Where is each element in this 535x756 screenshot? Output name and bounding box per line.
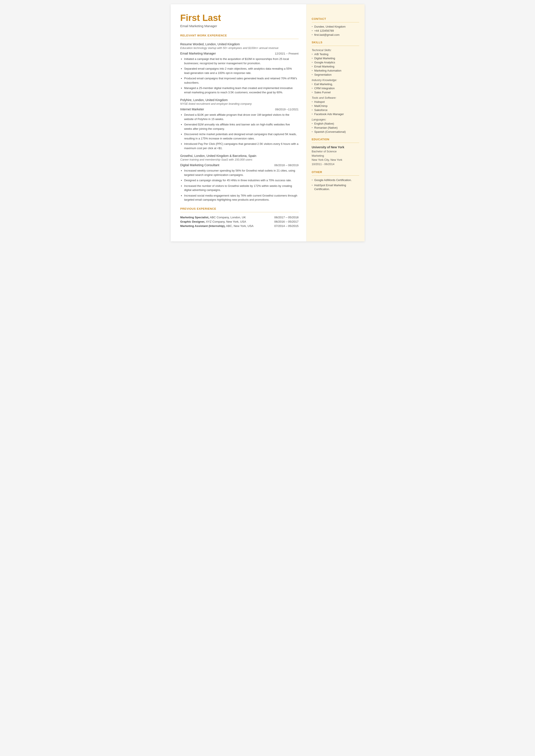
job-2-title-row: Internet Marketer 09/2019 –11/2021 [180, 107, 299, 111]
skill-item: CRM Integration [312, 87, 359, 90]
job-1-company-rest: London, United Kingdom [205, 42, 240, 46]
candidate-name: First Last [180, 13, 299, 23]
tool-item: Salesforce [312, 108, 359, 112]
other-list: Google AdWords Certification. HubSpot Em… [312, 178, 359, 191]
technical-skills-list: A/B Testing Digital Marketing Google Ana… [312, 53, 359, 76]
other-item: Google AdWords Certification. [312, 178, 359, 182]
job-1-bullets: Initiated a campaign that led to the acq… [180, 57, 299, 95]
bullet-item: Designed a campaign strategy for 45 HNIs… [184, 178, 299, 182]
prev-job-3-bold: Marketing Assistant (Internship), [180, 224, 226, 228]
prev-job-3-rest: ABC, New York, USA [225, 224, 254, 228]
bullet-item: Separated email campaigns into 2 main ob… [184, 67, 299, 75]
job-3-company: Growthsi, London, United Kingdom & Barce… [180, 154, 299, 157]
job-2-tagline: NYSE-listed recruitment and employer bra… [180, 102, 299, 105]
skill-item: Digital Marketing [312, 57, 359, 60]
prev-job-1: Marketing Specialist, ABC Company, Londo… [180, 216, 299, 219]
prev-job-3-title: Marketing Assistant (Internship), ABC, N… [180, 224, 254, 228]
language-item: Romanian (Native) [312, 126, 359, 129]
job-2-company-bold: Polyhire, [180, 98, 192, 102]
skill-item: Email Marketing [312, 65, 359, 68]
contact-phone: +44 123456789 [312, 29, 359, 32]
tools-list: Hubspot MailChimp Salesforce Facebook Ad… [312, 100, 359, 116]
language-item: Spanish (Conversational) [312, 130, 359, 133]
job-1: Resume Worded, London, United Kingdom Ed… [180, 42, 299, 95]
contact-divider [312, 22, 359, 22]
contact-location: Dundee, United Kingdom [312, 25, 359, 28]
contact-email: first.last@gmail.com [312, 33, 359, 37]
prev-job-3-dates: 07/2014 – 05/2015 [274, 224, 299, 228]
previous-exp-list: Marketing Specialist, ABC Company, Londo… [180, 216, 299, 228]
prev-job-2-title: Graphic Designer, XYZ Company, New York,… [180, 220, 246, 223]
edu-location: New York City, New York [312, 158, 359, 162]
job-3-title: Digital Marketing Consultant [180, 163, 219, 167]
other-header: OTHER [312, 170, 359, 174]
bullet-item: Initiated a campaign that led to the acq… [184, 57, 299, 65]
job-2-company: Polyhire, London, United Kingdom [180, 98, 299, 102]
bullet-item: Generated $1M annually via affiliate lin… [184, 123, 299, 131]
prev-job-1-dates: 06/2017 – 05/2018 [274, 216, 299, 219]
prev-job-1-bold: Marketing Specialist, [180, 216, 209, 219]
prev-job-2: Graphic Designer, XYZ Company, New York,… [180, 220, 299, 223]
job-1-company-bold: Resume Worded, [180, 42, 205, 46]
job-1-title: Email Marketing Manager [180, 52, 216, 55]
prev-job-1-rest: ABC Company, London, UK [209, 216, 246, 219]
bullet-item: Produced email campaigns that improved s… [184, 76, 299, 85]
skill-item: Eail Marketing, [312, 83, 359, 86]
skill-item: Sales Funnel [312, 91, 359, 94]
job-2: Polyhire, London, United Kingdom NYSE-li… [180, 98, 299, 150]
languages-list: English (Native) Romanian (Native) Spani… [312, 122, 359, 133]
job-2-title: Internet Marketer [180, 107, 204, 111]
edu-dates: 10/2011 - 06/2014 [312, 162, 359, 166]
prev-job-1-title: Marketing Specialist, ABC Company, Londo… [180, 216, 246, 219]
job-3-dates: 06/2018 – 08/2019 [274, 164, 299, 167]
other-item: HubSpot Email Marketing Certification. [312, 183, 359, 191]
bullet-item: Introduced Pay Per Click (PPC) campaigns… [184, 142, 299, 150]
bullet-item: Managed a 25-member digital marketing te… [184, 86, 299, 95]
skill-item: Segmentation [312, 73, 359, 76]
industry-skills-list: Eail Marketing, CRM Integration Sales Fu… [312, 83, 359, 94]
previous-experience-header: PREVIOUS EXPERIENCE [180, 207, 299, 210]
languages-label: Languages: [312, 118, 359, 121]
tool-item: MailChimp [312, 104, 359, 107]
job-1-tagline: Education technology startup with 50+ em… [180, 46, 299, 49]
job-3-title-row: Digital Marketing Consultant 06/2018 – 0… [180, 163, 299, 167]
bullet-item: Increased the number of visitors to Grow… [184, 184, 299, 192]
candidate-title: Email Marketing Manager [180, 24, 299, 28]
edu-school: University of New York [312, 146, 359, 149]
technical-skills-label: Technical Skills: [312, 48, 359, 52]
job-3-company-bold: Growthsi, [180, 154, 193, 157]
contact-header: CONTACT [312, 17, 359, 20]
prev-job-2-bold: Graphic Designer, [180, 220, 205, 223]
education-header: EDUCATION [312, 138, 359, 141]
prev-job-3: Marketing Assistant (Internship), ABC, N… [180, 224, 299, 228]
job-3-tagline: Career training and membership SaaS with… [180, 158, 299, 161]
left-column: First Last Email Marketing Manager RELEV… [171, 4, 306, 241]
edu-field: Marketing [312, 154, 359, 158]
job-2-dates: 09/2019 –11/2021 [275, 108, 299, 111]
job-3-bullets: Increased weekly consumer spending by 56… [180, 169, 299, 202]
tools-label: Tools and Software: [312, 96, 359, 99]
job-1-title-row: Email Marketing Manager 12/2021 – Presen… [180, 52, 299, 55]
job-3-company-rest: London, United Kingdom & Barcelona, Spai… [193, 154, 256, 157]
bullet-item: Increased weekly consumer spending by 56… [184, 169, 299, 177]
relevant-experience-header: RELEVANT WORK EXPERIENCE [180, 34, 299, 37]
prev-job-2-dates: 06/2016 – 05/2017 [274, 220, 299, 223]
skill-item: A/B Testing [312, 53, 359, 56]
resume-document: First Last Email Marketing Manager RELEV… [171, 4, 365, 241]
tool-item: Hubspot [312, 100, 359, 103]
skill-item: Marketing Automation [312, 69, 359, 72]
language-item: English (Native) [312, 122, 359, 125]
bullet-item: Increased social media engagement rates … [184, 193, 299, 202]
right-column: CONTACT Dundee, United Kingdom +44 12345… [306, 4, 365, 241]
job-1-dates: 12/2021 – Present [275, 52, 298, 55]
contact-list: Dundee, United Kingdom +44 123456789 fir… [312, 25, 359, 37]
job-2-company-rest: London, United Kingdom [192, 98, 228, 102]
job-1-company: Resume Worded, London, United Kingdom [180, 42, 299, 46]
edu-degree: Bachelor of Science [312, 149, 359, 154]
job-2-bullets: Devised a $10K per week affiliate progra… [180, 113, 299, 150]
education-divider [312, 143, 359, 143]
skill-item: Google Analytics [312, 61, 359, 64]
industry-skills-label: Industry Knowledge: [312, 78, 359, 82]
prev-job-2-rest: XYZ Company, New York, USA [205, 220, 246, 223]
tool-item: Facebook Ads Manager [312, 113, 359, 116]
